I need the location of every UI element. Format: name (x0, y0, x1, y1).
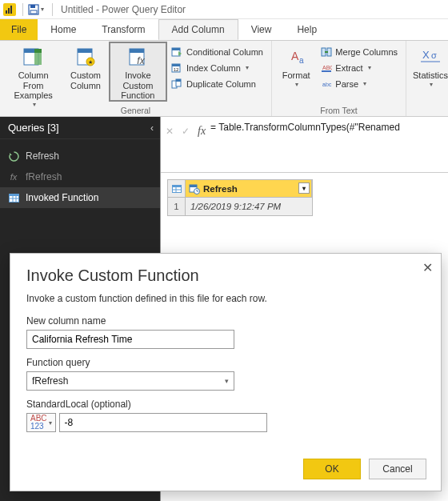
commit-formula-icon[interactable]: ✓ (182, 126, 190, 137)
column-header-refresh[interactable]: Refresh ▾ (186, 180, 312, 197)
svg-text:abc: abc (322, 82, 332, 87)
query-item-refresh[interactable]: Refresh (0, 146, 160, 166)
queries-header[interactable]: Queries [3] ‹ (0, 117, 160, 139)
index-column-button[interactable]: 12 Index Column ▾ (168, 60, 266, 75)
svg-text:Χ: Χ (422, 49, 430, 61)
collapse-icon[interactable]: ‹ (150, 122, 154, 134)
column-from-examples-button[interactable]: Column From Examples ▾ (5, 42, 62, 108)
svg-rect-5 (30, 10, 37, 14)
dialog-description: Invoke a custom function defined in this… (26, 293, 425, 304)
svg-rect-4 (30, 5, 35, 8)
ribbon-group-from-text-label: From Text (272, 106, 406, 115)
queries-header-label: Queries [3] (8, 122, 59, 134)
svg-text:σ: σ (431, 50, 437, 60)
cancel-button[interactable]: Cancel (369, 459, 426, 479)
column-from-examples-icon (22, 45, 46, 69)
format-icon: Aa (284, 45, 308, 69)
statistics-button[interactable]: Χσ Statistics ▾ (411, 42, 448, 88)
save-icon[interactable] (28, 4, 39, 15)
cell-value[interactable]: 1/26/2019 9:12:47 PM (186, 198, 312, 215)
svg-rect-9 (34, 49, 42, 53)
chevron-down-icon: ▾ (246, 64, 249, 71)
param-standardlocal-input[interactable] (59, 413, 267, 432)
formula-input[interactable]: = Table.TransformColumnTypes(#"Renamed (210, 122, 400, 133)
invoke-custom-function-dialog: ✕ Invoke Custom Function Invoke a custom… (10, 253, 442, 491)
custom-column-button[interactable]: ★ Custom Column (63, 42, 107, 90)
parse-icon: abc (320, 78, 332, 90)
conditional-column-icon (171, 46, 183, 58)
chevron-down-icon: ▾ (49, 419, 52, 427)
duplicate-column-label: Duplicate Column (186, 79, 256, 89)
invoke-custom-function-icon: fx (126, 45, 150, 69)
ribbon-group-general-label: General (0, 106, 271, 115)
pbi-app-icon (3, 3, 16, 16)
svg-rect-11 (78, 49, 92, 53)
table-row[interactable]: 1 1/26/2019 9:12:47 PM (168, 198, 312, 215)
parse-label: Parse (335, 79, 358, 89)
duplicate-column-button[interactable]: Duplicate Column (168, 76, 266, 91)
svg-text:ABC: ABC (322, 65, 332, 70)
svg-text:fx: fx (138, 55, 146, 66)
query-item-frefresh[interactable]: fx fRefresh (0, 166, 160, 187)
grid-corner[interactable] (168, 180, 186, 197)
param-type-picker[interactable]: ABC123 ▾ (26, 413, 56, 432)
merge-columns-label: Merge Columns (335, 47, 398, 57)
svg-rect-30 (322, 70, 331, 72)
close-dialog-button[interactable]: ✕ (422, 260, 433, 275)
chevron-down-icon: ▾ (295, 81, 298, 88)
extract-label: Extract (335, 63, 362, 73)
new-column-name-input[interactable] (26, 330, 234, 349)
window-title: Untitled - Power Query Editor (61, 4, 186, 15)
merge-columns-icon (320, 46, 332, 58)
formula-bar: ✕ ✓ fx = Table.TransformColumnTypes(#"Re… (161, 117, 448, 173)
tab-home[interactable]: Home (38, 19, 89, 40)
format-button[interactable]: Aa Format ▾ (277, 42, 315, 88)
cancel-formula-icon[interactable]: ✕ (166, 126, 174, 137)
tab-transform[interactable]: Transform (89, 19, 158, 40)
ribbon: Column From Examples ▾ ★ Custom Column f… (0, 40, 448, 117)
tab-add-column[interactable]: Add Column (158, 19, 238, 40)
svg-text:A: A (291, 50, 299, 62)
index-column-label: Index Column (186, 63, 241, 73)
title-bar: ▾ Untitled - Power Query Editor (0, 0, 448, 19)
svg-text:12: 12 (174, 67, 179, 72)
extract-button[interactable]: ABC Extract ▾ (317, 60, 401, 75)
tab-help[interactable]: Help (284, 19, 330, 40)
qat-dropdown-icon[interactable]: ▾ (41, 6, 44, 13)
duplicate-column-icon (171, 78, 183, 90)
conditional-column-label: Conditional Column (186, 47, 263, 57)
ribbon-group-general: Column From Examples ▾ ★ Custom Column f… (0, 41, 272, 116)
separator (22, 3, 23, 16)
ribbon-tabs: File Home Transform Add Column View Help (0, 19, 448, 40)
custom-column-icon: ★ (74, 45, 98, 69)
tab-view[interactable]: View (238, 19, 285, 40)
query-item-label: Invoked Function (26, 192, 98, 203)
column-from-examples-label: Column From Examples (8, 70, 58, 101)
chevron-down-icon: ▾ (368, 64, 371, 71)
fx-icon: fx (8, 171, 19, 182)
column-filter-dropdown[interactable]: ▾ (298, 182, 310, 194)
chevron-down-icon: ▾ (363, 80, 366, 87)
new-column-name-label: New column name (26, 315, 425, 327)
invoke-custom-function-button[interactable]: fx Invoke Custom Function (110, 42, 166, 101)
svg-rect-1 (8, 8, 10, 14)
svg-text:★: ★ (88, 59, 93, 65)
svg-rect-15 (130, 49, 144, 53)
table-icon (8, 192, 19, 203)
format-label: Format (282, 70, 310, 81)
function-query-select[interactable]: fRefresh ▾ (26, 371, 234, 391)
formula-text: = Table.TransformColumnTypes(#"Renamed (210, 122, 400, 133)
query-item-label: Refresh (26, 150, 59, 162)
merge-columns-button[interactable]: Merge Columns (317, 44, 401, 59)
svg-rect-18 (172, 48, 180, 50)
parse-button[interactable]: abc Parse ▾ (317, 76, 401, 91)
conditional-column-button[interactable]: Conditional Column (168, 44, 266, 59)
svg-rect-2 (10, 6, 12, 14)
tab-file[interactable]: File (0, 19, 38, 40)
invoke-custom-function-label: Invoke Custom Function (113, 70, 163, 101)
chevron-down-icon: ▾ (430, 81, 433, 88)
query-item-invoked-function[interactable]: Invoked Function (0, 187, 160, 208)
svg-text:a: a (299, 56, 304, 65)
extract-icon: ABC (320, 62, 332, 74)
ok-button[interactable]: OK (303, 459, 361, 479)
